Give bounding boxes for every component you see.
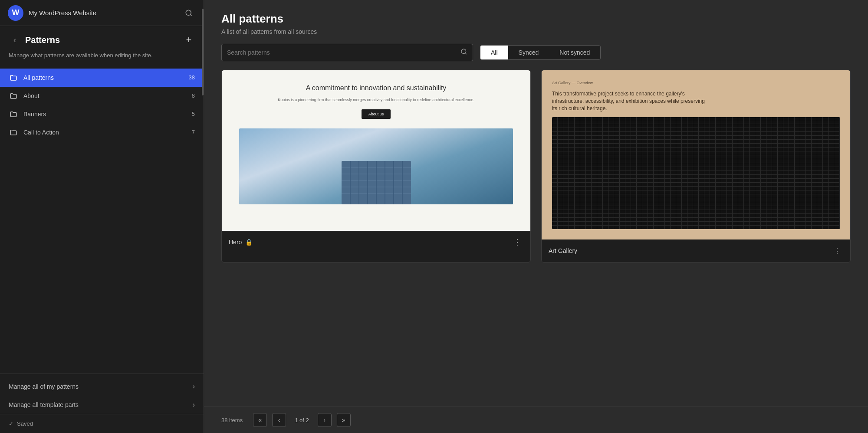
pagination-bar: 38 items « ‹ 1 of 2 › »	[204, 407, 868, 433]
main-subtitle: A list of all patterns from all sources	[221, 28, 851, 35]
main-title: All patterns	[221, 12, 851, 26]
manage-patterns-link[interactable]: Manage all of my patterns ›	[0, 377, 204, 396]
folder-icon	[9, 73, 18, 82]
last-page-btn[interactable]: »	[337, 413, 351, 427]
svg-point-2	[461, 49, 466, 54]
building-grid	[552, 117, 840, 229]
sidebar-item-all-patterns[interactable]: All patterns 38	[0, 69, 204, 87]
pattern-card-art-gallery[interactable]: Art Gallery — Overview This transformati…	[541, 70, 851, 262]
save-status: Saved	[17, 420, 33, 427]
pattern-name-art-gallery: Art Gallery	[549, 247, 831, 254]
patterns-description: Manage what patterns are available when …	[0, 51, 204, 69]
folder-icon-about	[9, 91, 18, 101]
pattern-preview-art-gallery: Art Gallery — Overview This transformati…	[542, 70, 850, 239]
scrollbar-track[interactable]	[201, 0, 204, 433]
folder-icon-banners	[9, 109, 18, 119]
sidebar-item-call-to-action[interactable]: Call to Action 7	[0, 123, 204, 141]
main-content: All patterns A list of all patterns from…	[204, 0, 868, 433]
manage-template-parts-label: Manage all template parts	[9, 401, 187, 408]
pattern-card-hero[interactable]: A commitment to innovation and sustainab…	[221, 70, 531, 262]
add-pattern-button[interactable]: +	[183, 34, 195, 46]
pattern-name-hero: Hero 🔒	[229, 239, 511, 246]
folder-icon-cta	[9, 128, 18, 137]
search-bar[interactable]	[221, 44, 473, 61]
pattern-more-btn-art-gallery[interactable]: ⋮	[831, 245, 843, 257]
building-svg	[333, 152, 420, 204]
prev-page-btn[interactable]: ‹	[272, 413, 286, 427]
nav-label-cta: Call to Action	[23, 129, 187, 136]
nav-label-about: About	[23, 92, 187, 99]
search-input[interactable]	[227, 49, 457, 56]
top-search-icon[interactable]	[182, 6, 196, 20]
manage-template-parts-link[interactable]: Manage all template parts ›	[0, 396, 204, 414]
items-count: 38 items	[221, 417, 243, 423]
nav-count-about: 8	[192, 92, 195, 99]
nav-label-all-patterns: All patterns	[23, 74, 184, 81]
filter-tab-synced[interactable]: Synced	[508, 46, 549, 59]
pattern-footer-hero: Hero 🔒 ⋮	[222, 231, 530, 253]
preview-text-hero: Kuuios is a pioneering firm that seamles…	[278, 97, 474, 103]
check-icon: ✓	[9, 420, 13, 427]
sidebar-item-about[interactable]: About 8	[0, 87, 204, 105]
preview2-heading: This transformative project seeks to enh…	[552, 90, 710, 112]
toolbar: All Synced Not synced	[204, 44, 868, 70]
preview-btn-hero: About us	[362, 109, 391, 119]
svg-point-0	[186, 10, 191, 15]
pattern-more-btn-hero[interactable]: ⋮	[511, 236, 523, 248]
nav-count-cta: 7	[192, 129, 195, 135]
page-indicator: 1 of 2	[291, 417, 312, 423]
sidebar-top-bar: W My WordPress Website	[0, 0, 204, 26]
chevron-right-icon-2: ›	[193, 401, 195, 409]
nav-list: All patterns 38 About 8 Banners 5	[0, 69, 204, 371]
search-icon	[460, 48, 467, 57]
sidebar-footer: ✓ Saved	[0, 414, 204, 433]
manage-patterns-label: Manage all of my patterns	[9, 383, 187, 390]
svg-line-3	[465, 53, 467, 54]
wp-logo[interactable]: W	[8, 5, 23, 21]
next-page-btn[interactable]: ›	[318, 413, 332, 427]
nav-count-all-patterns: 38	[189, 74, 195, 81]
pattern-preview-hero: A commitment to innovation and sustainab…	[222, 70, 530, 231]
patterns-header: ‹ Patterns +	[0, 26, 204, 51]
preview2-image	[552, 117, 840, 229]
lock-icon: 🔒	[245, 239, 253, 246]
main-header: All patterns A list of all patterns from…	[204, 0, 868, 44]
divider	[0, 374, 204, 374]
scrollbar-thumb[interactable]	[202, 9, 204, 95]
chevron-right-icon: ›	[193, 383, 195, 390]
first-page-btn[interactable]: «	[253, 413, 267, 427]
filter-tab-not-synced[interactable]: Not synced	[549, 46, 600, 59]
sidebar-item-banners[interactable]: Banners 5	[0, 105, 204, 123]
svg-line-1	[190, 14, 191, 16]
pattern-footer-art-gallery: Art Gallery ⋮	[542, 239, 850, 262]
preview-image-hero	[239, 128, 513, 204]
patterns-grid: A commitment to innovation and sustainab…	[204, 70, 868, 407]
patterns-title: Patterns	[25, 35, 178, 45]
site-title: My WordPress Website	[29, 9, 177, 16]
nav-label-banners: Banners	[23, 111, 187, 118]
sidebar: W My WordPress Website ‹ Patterns + Mana…	[0, 0, 204, 433]
preview-heading-hero: A commitment to innovation and sustainab…	[306, 83, 447, 93]
preview2-label: Art Gallery — Overview	[552, 81, 840, 85]
filter-tab-all[interactable]: All	[480, 46, 508, 59]
filter-tabs: All Synced Not synced	[480, 45, 601, 60]
back-button[interactable]: ‹	[9, 34, 21, 46]
nav-count-banners: 5	[192, 111, 195, 117]
